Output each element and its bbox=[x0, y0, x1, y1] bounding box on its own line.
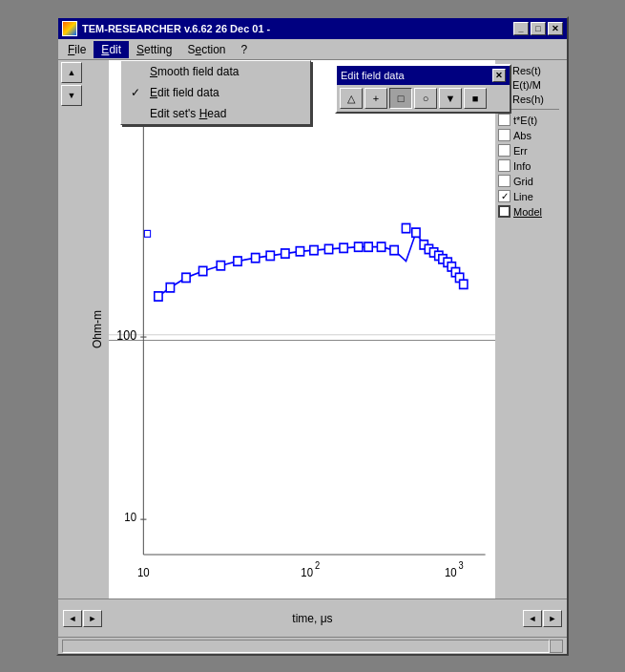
svg-rect-24 bbox=[310, 246, 318, 255]
svg-rect-14 bbox=[155, 292, 162, 301]
minimize-button[interactable]: _ bbox=[513, 22, 529, 35]
menu-section-label: Section bbox=[187, 43, 225, 56]
svg-text:10: 10 bbox=[301, 565, 313, 579]
app-icon bbox=[62, 21, 77, 36]
svg-rect-19 bbox=[234, 257, 241, 265]
tool-stop-button[interactable]: ■ bbox=[464, 88, 487, 109]
status-bar-inner[interactable] bbox=[62, 640, 550, 653]
left-controls: ▲ ▼ bbox=[58, 60, 85, 598]
svg-rect-22 bbox=[281, 249, 289, 258]
svg-text:100: 100 bbox=[116, 328, 136, 344]
menu-section[interactable]: Section bbox=[179, 41, 233, 58]
bottom-area: ◄ ► time, μs ◄ ► bbox=[58, 598, 567, 637]
svg-rect-21 bbox=[266, 251, 274, 260]
nav-left-button[interactable]: ◄ bbox=[63, 610, 82, 627]
checkbox-line-input[interactable] bbox=[498, 190, 510, 202]
checkbox-grid[interactable]: Grid bbox=[498, 175, 564, 187]
tool-circle-button[interactable]: ○ bbox=[414, 88, 437, 109]
checkbox-info-input[interactable] bbox=[498, 159, 510, 172]
tool-plus-button[interactable]: + bbox=[365, 88, 387, 109]
status-bar-scroll[interactable] bbox=[550, 640, 563, 653]
dropdown-edit-head[interactable]: Edit set's Head bbox=[121, 103, 310, 124]
edit-field-dialog: Edit field data ✕ △ + □ ○ ▼ ■ bbox=[335, 64, 511, 114]
nav-left2-button[interactable]: ◄ bbox=[523, 610, 542, 627]
nav-right-button[interactable]: ► bbox=[83, 610, 102, 627]
dialog-title-bar: Edit field data ✕ bbox=[337, 66, 510, 85]
svg-rect-32 bbox=[412, 228, 420, 237]
title-bar-title: TEM-RESEARCHER v.6.62 26 Dec 01 - bbox=[62, 21, 270, 36]
svg-text:10: 10 bbox=[137, 565, 150, 579]
status-bar bbox=[58, 637, 567, 654]
dialog-close-button[interactable]: ✕ bbox=[492, 69, 506, 82]
chart-row: ▲ ▼ Ohm-m bbox=[58, 60, 567, 598]
x-axis-label: time, μs bbox=[292, 612, 332, 625]
checkbox-info[interactable]: Info bbox=[498, 159, 564, 172]
window-title: TEM-RESEARCHER v.6.62 26 Dec 01 - bbox=[82, 23, 270, 34]
right-panel: Res(t) E(t)/M Res(h) t*E(t) bbox=[495, 60, 567, 598]
checkbox-info-label: Info bbox=[513, 160, 531, 172]
menu-bar: File Edit Setting Section ? bbox=[58, 39, 567, 60]
menu-edit[interactable]: Edit bbox=[94, 41, 129, 58]
checkbox-grid-input[interactable] bbox=[498, 175, 510, 187]
menu-file[interactable]: File bbox=[60, 41, 94, 58]
svg-text:10: 10 bbox=[124, 511, 136, 525]
chart-svg: 100 10 10 10 2 10 3 bbox=[109, 60, 495, 598]
radio-res-t-label: Res(t) bbox=[512, 65, 541, 76]
main-layout: ▲ ▼ Ohm-m bbox=[58, 60, 567, 654]
svg-rect-31 bbox=[402, 224, 409, 233]
checkbox-t-e-t-input[interactable] bbox=[498, 114, 510, 126]
checkbox-grid-label: Grid bbox=[513, 176, 533, 187]
svg-rect-16 bbox=[182, 273, 190, 282]
svg-text:3: 3 bbox=[459, 559, 465, 571]
title-bar: TEM-RESEARCHER v.6.62 26 Dec 01 - _ □ ✕ bbox=[58, 18, 567, 39]
checkbox-line-label: Line bbox=[513, 191, 533, 202]
checkbox-err-input[interactable] bbox=[498, 144, 510, 157]
menu-file-label: File bbox=[68, 43, 86, 56]
menu-setting[interactable]: Setting bbox=[129, 41, 179, 58]
checkmark-icon: ✓ bbox=[131, 86, 140, 99]
checkbox-abs[interactable]: Abs bbox=[498, 129, 564, 141]
tool-down-arrow-button[interactable]: ▼ bbox=[439, 88, 462, 109]
checkbox-model-label: Model bbox=[513, 206, 542, 218]
checkbox-abs-label: Abs bbox=[513, 130, 531, 141]
right-nav-buttons: ◄ ► bbox=[523, 610, 562, 627]
close-window-button[interactable]: ✕ bbox=[548, 22, 563, 35]
scroll-up-button[interactable]: ▲ bbox=[61, 62, 82, 83]
chart-area: 100 10 10 10 2 10 3 bbox=[109, 60, 495, 598]
nav-right2-button[interactable]: ► bbox=[543, 610, 562, 627]
y-axis-area: Ohm-m bbox=[85, 60, 109, 598]
radio-e-t-m-label: E(t)/M bbox=[512, 79, 541, 91]
scroll-down-button[interactable]: ▼ bbox=[61, 85, 82, 106]
dropdown-smooth[interactable]: Smooth field data bbox=[121, 61, 310, 82]
dialog-title-label: Edit field data bbox=[341, 70, 405, 81]
checkbox-t-e-t[interactable]: t*E(t) bbox=[498, 114, 564, 126]
svg-rect-0 bbox=[109, 60, 495, 598]
svg-rect-20 bbox=[252, 254, 260, 262]
menu-edit-label: Edit bbox=[101, 43, 121, 56]
svg-rect-28 bbox=[365, 242, 372, 251]
svg-rect-27 bbox=[355, 242, 363, 251]
svg-text:2: 2 bbox=[315, 559, 320, 571]
left-nav-buttons: ◄ ► bbox=[63, 610, 102, 627]
svg-rect-18 bbox=[217, 262, 224, 270]
svg-text:10: 10 bbox=[445, 565, 457, 579]
checkbox-line[interactable]: Line bbox=[498, 190, 564, 202]
svg-rect-15 bbox=[166, 284, 174, 292]
tool-triangle-button[interactable]: △ bbox=[340, 88, 363, 109]
y-axis-label: Ohm-m bbox=[91, 310, 104, 348]
tool-square-button[interactable]: □ bbox=[389, 88, 412, 109]
checkbox-err[interactable]: Err bbox=[498, 144, 564, 157]
dialog-toolbar: △ + □ ○ ▼ ■ bbox=[337, 85, 510, 112]
checkbox-model-input[interactable] bbox=[498, 205, 510, 218]
menu-help[interactable]: ? bbox=[234, 41, 256, 58]
svg-rect-30 bbox=[390, 246, 398, 255]
menu-setting-label: Setting bbox=[136, 43, 172, 56]
maximize-button[interactable]: □ bbox=[531, 22, 546, 35]
dropdown-edit-field[interactable]: ✓ Edit field data bbox=[121, 82, 310, 103]
svg-rect-17 bbox=[199, 266, 207, 275]
svg-rect-43 bbox=[144, 230, 150, 237]
svg-rect-25 bbox=[324, 244, 332, 253]
checkbox-abs-input[interactable] bbox=[498, 129, 510, 141]
svg-rect-42 bbox=[460, 280, 468, 288]
checkbox-model[interactable]: Model bbox=[498, 205, 564, 218]
